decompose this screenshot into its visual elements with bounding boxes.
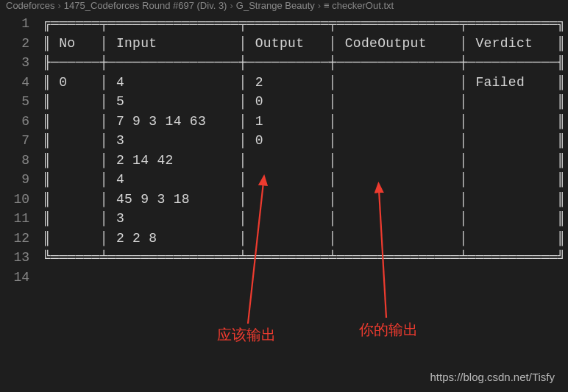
breadcrumb-item[interactable]: G_Strange Beauty xyxy=(236,0,315,11)
chevron-right-icon: › xyxy=(230,0,232,11)
annotation-yours-label: 你的输出 xyxy=(359,320,418,340)
breadcrumb[interactable]: Codeforces›1475_Codeforces Round #697 (D… xyxy=(0,0,568,14)
breadcrumb-item[interactable]: ≡ checkerOut.txt xyxy=(324,0,394,11)
chevron-right-icon: › xyxy=(57,0,60,11)
breadcrumb-item[interactable]: Codeforces xyxy=(6,0,54,11)
watermark: https://blog.csdn.net/Tisfy xyxy=(430,371,555,383)
editor-area[interactable]: 1234567891011121314 ╔══════╤════════════… xyxy=(0,14,568,287)
chevron-right-icon: › xyxy=(318,0,321,11)
line-number-gutter: 1234567891011121314 xyxy=(0,14,43,287)
breadcrumb-item[interactable]: 1475_Codeforces Round #697 (Div. 3) xyxy=(64,0,227,11)
annotation-expected-label: 应该输出 xyxy=(217,325,276,345)
code-content[interactable]: ╔══════╤════════════════╤══════════╤════… xyxy=(43,14,568,268)
